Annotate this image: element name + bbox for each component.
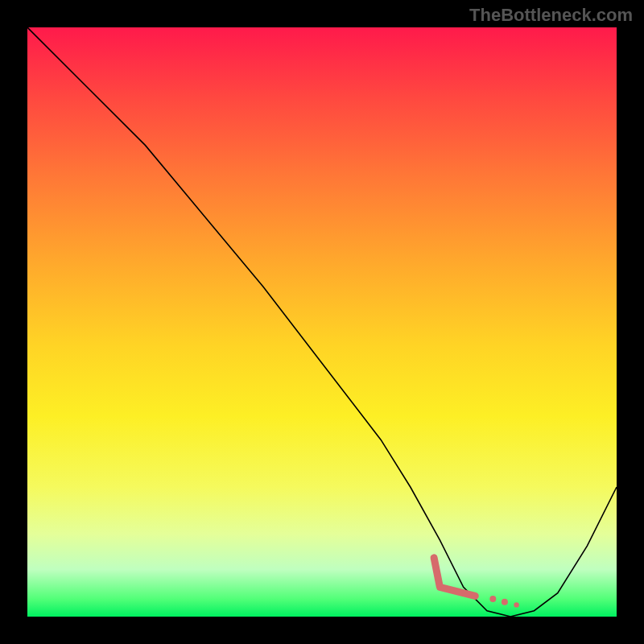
marker-dot (489, 596, 496, 602)
chart-frame: TheBottleneck.com (0, 0, 644, 644)
marker-dot (514, 602, 518, 607)
marker-dot (502, 599, 508, 605)
marker-l-stroke (434, 558, 475, 597)
bottleneck-curve (27, 27, 617, 617)
plot-overlay (27, 27, 617, 617)
attribution-label: TheBottleneck.com (469, 5, 633, 26)
plot-area (27, 27, 617, 617)
